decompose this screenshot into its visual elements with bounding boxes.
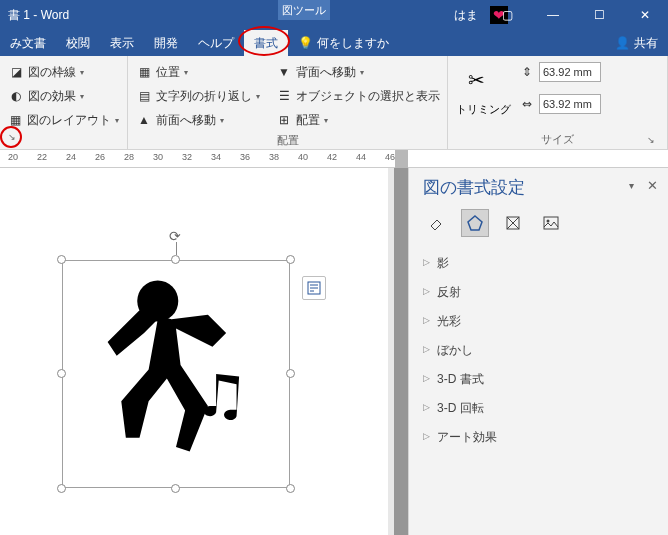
document-canvas[interactable]: ⟳ bbox=[0, 168, 408, 535]
picture-effects-label: 図の効果 bbox=[28, 88, 76, 105]
page-shadow bbox=[388, 168, 394, 535]
width-icon: ⇔ bbox=[519, 96, 535, 112]
picture-border-button[interactable]: ◪ 図の枠線 ▾ bbox=[8, 60, 119, 84]
resize-handle-tr[interactable] bbox=[286, 255, 295, 264]
rotate-handle[interactable]: ⟳ bbox=[169, 228, 183, 242]
position-icon: ▦ bbox=[136, 64, 152, 80]
selection-outline bbox=[62, 260, 290, 488]
pane-section[interactable]: 光彩 bbox=[423, 307, 654, 336]
selected-image[interactable]: ⟳ bbox=[62, 260, 290, 488]
crop-icon: ✂ bbox=[468, 68, 485, 92]
chevron-down-icon: ▾ bbox=[115, 116, 119, 125]
tab-mailings[interactable]: み文書 bbox=[0, 30, 56, 56]
position-label: 位置 bbox=[156, 64, 180, 81]
resize-handle-b[interactable] bbox=[171, 484, 180, 493]
selection-label: オブジェクトの選択と表示 bbox=[296, 88, 440, 105]
backward-icon: ▼ bbox=[276, 64, 292, 80]
paint-icon bbox=[428, 214, 446, 232]
ruler-tick: 44 bbox=[356, 152, 366, 162]
position-button[interactable]: ▦ 位置 ▾ bbox=[136, 60, 260, 84]
wrap-label: 文字列の折り返し bbox=[156, 88, 252, 105]
tab-help[interactable]: ヘルプ bbox=[188, 30, 244, 56]
ruler-tick: 36 bbox=[240, 152, 250, 162]
forward-icon: ▲ bbox=[136, 112, 152, 128]
size-icon bbox=[504, 214, 522, 232]
tell-me-label: 何をしますか bbox=[317, 35, 389, 52]
resize-handle-br[interactable] bbox=[286, 484, 295, 493]
resize-handle-l[interactable] bbox=[57, 369, 66, 378]
styles-dialog-launcher[interactable]: ↘ bbox=[6, 131, 18, 143]
picture-layout-button[interactable]: ▦ 図のレイアウト ▾ bbox=[8, 108, 119, 132]
pane-section[interactable]: 反射 bbox=[423, 278, 654, 307]
ruler-tick: 24 bbox=[66, 152, 76, 162]
selection-pane-button[interactable]: ☰ オブジェクトの選択と表示 bbox=[276, 84, 440, 108]
picture-tools-tab[interactable]: 図ツール bbox=[278, 0, 330, 20]
height-icon: ⇕ bbox=[519, 64, 535, 80]
backward-label: 背面へ移動 bbox=[296, 64, 356, 81]
picture-layout-label: 図のレイアウト bbox=[27, 112, 111, 129]
fill-line-tab[interactable] bbox=[423, 209, 451, 237]
tell-me[interactable]: 💡 何をしますか bbox=[298, 35, 389, 52]
pane-section[interactable]: ぼかし bbox=[423, 336, 654, 365]
pane-options-button[interactable]: ▾ bbox=[629, 180, 634, 191]
pane-section[interactable]: 3-D 回転 bbox=[423, 394, 654, 423]
send-backward-button[interactable]: ▼ 背面へ移動 ▾ bbox=[276, 60, 440, 84]
selection-icon: ☰ bbox=[276, 88, 292, 104]
horizontal-ruler[interactable]: 2022242628303234363840424446 bbox=[0, 150, 668, 168]
ruler-tick: 20 bbox=[8, 152, 18, 162]
document-title: 書 1 - Word bbox=[8, 7, 69, 24]
bring-forward-button[interactable]: ▲ 前面へ移動 ▾ bbox=[136, 108, 260, 132]
width-input[interactable]: 63.92 mm bbox=[539, 94, 601, 114]
ruler-tick: 26 bbox=[95, 152, 105, 162]
picture-tab[interactable] bbox=[537, 209, 565, 237]
user-name: はま bbox=[454, 7, 478, 24]
align-icon: ⊞ bbox=[276, 112, 292, 128]
tab-developer[interactable]: 開発 bbox=[144, 30, 188, 56]
picture-icon bbox=[542, 214, 560, 232]
chevron-down-icon: ▾ bbox=[80, 68, 84, 77]
share-button[interactable]: 👤 共有 bbox=[615, 35, 658, 52]
pane-section[interactable]: 3-D 書式 bbox=[423, 365, 654, 394]
picture-effects-button[interactable]: ◐ 図の効果 ▾ bbox=[8, 84, 119, 108]
ruler-tick: 32 bbox=[182, 152, 192, 162]
height-input[interactable]: 63.92 mm bbox=[539, 62, 601, 82]
crop-button[interactable]: ✂ bbox=[456, 60, 496, 100]
pane-section[interactable]: アート効果 bbox=[423, 423, 654, 452]
ruler-tick: 22 bbox=[37, 152, 47, 162]
tab-format[interactable]: 書式 bbox=[244, 30, 288, 56]
pane-section[interactable]: 影 bbox=[423, 249, 654, 278]
layout-props-tab[interactable] bbox=[499, 209, 527, 237]
tab-view[interactable]: 表示 bbox=[100, 30, 144, 56]
crop-label: トリミング bbox=[456, 102, 511, 117]
size-group-label: サイズ bbox=[541, 133, 574, 145]
ruler-tick: 40 bbox=[298, 152, 308, 162]
ruler-tick: 34 bbox=[211, 152, 221, 162]
resize-handle-r[interactable] bbox=[286, 369, 295, 378]
tab-review[interactable]: 校閲 bbox=[56, 30, 100, 56]
bulb-icon: 💡 bbox=[298, 36, 313, 50]
layout-options-button[interactable] bbox=[302, 276, 326, 300]
pane-close-button[interactable]: ✕ bbox=[647, 178, 658, 193]
resize-handle-tl[interactable] bbox=[57, 255, 66, 264]
resize-handle-bl[interactable] bbox=[57, 484, 66, 493]
ribbon-display-button[interactable]: ▢ bbox=[484, 0, 530, 30]
maximize-button[interactable]: ☐ bbox=[576, 0, 622, 30]
svg-rect-4 bbox=[544, 217, 558, 229]
resize-handle-t[interactable] bbox=[171, 255, 180, 264]
ruler-tick: 38 bbox=[269, 152, 279, 162]
title-bar: 書 1 - Word 図ツール はま ❤ ▢ — ☐ ✕ bbox=[0, 0, 668, 30]
align-button[interactable]: ⊞ 配置 ▾ bbox=[276, 108, 440, 132]
picture-border-label: 図の枠線 bbox=[28, 64, 76, 81]
close-button[interactable]: ✕ bbox=[622, 0, 668, 30]
forward-label: 前面へ移動 bbox=[156, 112, 216, 129]
effects-icon: ◐ bbox=[8, 88, 24, 104]
wrap-icon: ▤ bbox=[136, 88, 152, 104]
pane-title: 図の書式設定 bbox=[423, 176, 654, 199]
share-icon: 👤 bbox=[615, 36, 630, 50]
minimize-button[interactable]: — bbox=[530, 0, 576, 30]
arrange-group-label: 配置 bbox=[136, 132, 439, 148]
effects-tab[interactable] bbox=[461, 209, 489, 237]
wrap-text-button[interactable]: ▤ 文字列の折り返し ▾ bbox=[136, 84, 260, 108]
svg-marker-2 bbox=[468, 216, 482, 230]
size-dialog-launcher[interactable]: ↘ bbox=[645, 134, 657, 146]
